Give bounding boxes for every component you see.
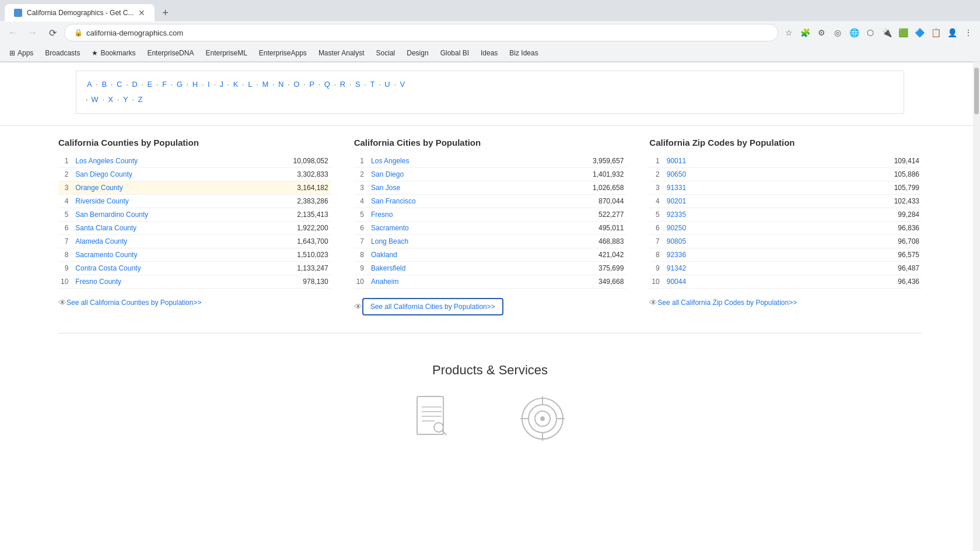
back-button[interactable]: ← — [5, 24, 21, 41]
alpha-link-C[interactable]: C — [116, 80, 123, 89]
alpha-link-D[interactable]: D — [131, 80, 138, 89]
bookmark-icon[interactable]: ☆ — [782, 26, 796, 40]
zipcode-cell[interactable]: 90044 — [664, 275, 779, 289]
alpha-link-F[interactable]: F — [161, 80, 168, 89]
alpha-link-A[interactable]: A — [86, 80, 93, 89]
menu-icon[interactable]: ⋮ — [961, 26, 975, 40]
alpha-link-P[interactable]: P — [308, 80, 316, 89]
alpha-link-O[interactable]: O — [292, 80, 300, 89]
name-cell[interactable]: San Bernardino County — [73, 208, 243, 222]
county-link[interactable]: Orange County — [75, 184, 123, 192]
extension-icon-5[interactable]: ⬡ — [863, 26, 877, 40]
zipcode-cell[interactable]: 90201 — [664, 195, 779, 208]
zipcode-link[interactable]: 90201 — [667, 197, 686, 205]
alpha-link-T[interactable]: T — [369, 80, 376, 89]
scrollbar-thumb[interactable] — [974, 68, 979, 114]
alpha-link-Q[interactable]: Q — [323, 80, 331, 89]
bookmark-apps[interactable]: ⊞ Apps — [5, 48, 38, 58]
zipcode-link[interactable]: 92336 — [667, 251, 686, 259]
cities-see-all-highlighted[interactable]: See all California Cities by Population>… — [362, 298, 503, 315]
zipcode-link[interactable]: 90250 — [667, 224, 686, 232]
counties-see-all-link[interactable]: See all California Counties by Populatio… — [66, 299, 201, 307]
city-link[interactable]: Los Angeles — [371, 157, 409, 165]
alpha-link-N[interactable]: N — [277, 80, 285, 89]
bookmark-design[interactable]: Design — [402, 48, 433, 58]
bookmark-masteranalyst[interactable]: Master Analyst — [314, 48, 369, 58]
county-link[interactable]: Sacramento County — [75, 251, 137, 259]
forward-button[interactable]: → — [24, 24, 41, 41]
zipcode-cell[interactable]: 91331 — [664, 181, 779, 195]
extension-icon-6[interactable]: 🔌 — [880, 26, 894, 40]
active-tab[interactable]: California Demographics - Get C... ✕ — [5, 4, 155, 22]
name-cell[interactable]: San Diego — [369, 168, 518, 181]
name-cell[interactable]: San Diego County — [73, 168, 243, 181]
alpha-link-H[interactable]: H — [191, 80, 199, 89]
bookmark-globalbi[interactable]: Global BI — [436, 48, 474, 58]
profile-icon[interactable]: 👤 — [945, 26, 959, 40]
city-link[interactable]: Long Beach — [371, 237, 408, 245]
scrollbar[interactable] — [973, 62, 980, 551]
cities-see-all-link[interactable]: See all California Cities by Population>… — [370, 303, 495, 311]
zipcodes-see-all-link[interactable]: See all California Zip Codes by Populati… — [657, 299, 797, 307]
city-link[interactable]: San Francisco — [371, 197, 416, 205]
zipcode-link[interactable]: 91331 — [667, 184, 686, 192]
name-cell[interactable]: Oakland — [369, 248, 518, 262]
city-link[interactable]: Bakersfield — [371, 264, 405, 272]
zipcode-cell[interactable]: 90250 — [664, 222, 779, 235]
alpha-link-R[interactable]: R — [339, 80, 346, 89]
name-cell[interactable]: Long Beach — [369, 235, 518, 248]
alpha-link-Y[interactable]: Y — [122, 95, 130, 104]
name-cell[interactable]: Santa Clara County — [73, 222, 243, 235]
county-link[interactable]: Santa Clara County — [75, 224, 136, 232]
alpha-link-E[interactable]: E — [146, 80, 154, 89]
zipcode-link[interactable]: 91342 — [667, 264, 686, 272]
zipcode-cell[interactable]: 91342 — [664, 262, 779, 275]
alpha-link-L[interactable]: L — [247, 80, 253, 89]
zipcode-cell[interactable]: 90011 — [664, 155, 779, 168]
name-cell[interactable]: Sacramento County — [73, 248, 243, 262]
county-link[interactable]: Fresno County — [75, 278, 121, 286]
city-link[interactable]: Anaheim — [371, 278, 398, 286]
bookmark-social[interactable]: Social — [372, 48, 400, 58]
name-cell[interactable]: San Jose — [369, 181, 518, 195]
alpha-link-I[interactable]: I — [206, 80, 211, 89]
bookmark-enterpriseml[interactable]: EnterpriseML — [201, 48, 251, 58]
name-cell[interactable]: Anaheim — [369, 275, 518, 289]
name-cell[interactable]: Fresno County — [73, 275, 243, 289]
tab-close-button[interactable]: ✕ — [138, 8, 145, 17]
extension-icon-8[interactable]: 🔷 — [912, 26, 926, 40]
zipcode-cell[interactable]: 92335 — [664, 208, 779, 222]
alpha-link-V[interactable]: V — [399, 80, 407, 89]
city-link[interactable]: Fresno — [371, 210, 393, 219]
extension-icon-1[interactable]: 🧩 — [798, 26, 812, 40]
county-link[interactable]: Riverside County — [75, 197, 128, 205]
zipcode-cell[interactable]: 90650 — [664, 168, 779, 181]
zipcode-link[interactable]: 90011 — [667, 157, 686, 165]
city-link[interactable]: San Diego — [371, 170, 404, 178]
city-link[interactable]: Oakland — [371, 251, 397, 259]
name-cell[interactable]: Los Angeles County — [73, 155, 243, 168]
alpha-link-G[interactable]: G — [176, 80, 184, 89]
refresh-button[interactable]: ⟳ — [44, 24, 61, 41]
county-link[interactable]: Contra Costa County — [75, 264, 141, 272]
zipcode-cell[interactable]: 90805 — [664, 235, 779, 248]
name-cell[interactable]: Alameda County — [73, 235, 243, 248]
alpha-link-U[interactable]: U — [383, 80, 391, 89]
extension-icon-9[interactable]: 📋 — [929, 26, 943, 40]
zipcode-link[interactable]: 90650 — [667, 170, 686, 178]
bookmark-broadcasts[interactable]: Broadcasts — [40, 48, 85, 58]
zipcode-link[interactable]: 90044 — [667, 278, 686, 286]
alpha-link-S[interactable]: S — [354, 80, 362, 89]
bookmark-ideas[interactable]: Ideas — [476, 48, 502, 58]
alpha-link-X[interactable]: X — [107, 95, 114, 104]
extension-icon-7[interactable]: 🟩 — [896, 26, 910, 40]
alpha-link-M[interactable]: M — [261, 80, 270, 89]
bookmark-enterpriseapps[interactable]: EnterpriseApps — [254, 48, 312, 58]
bookmark-bizideas[interactable]: Biz Ideas — [505, 48, 542, 58]
name-cell[interactable]: Sacramento — [369, 222, 518, 235]
county-link[interactable]: Alameda County — [75, 237, 127, 245]
alpha-link-B[interactable]: B — [101, 80, 108, 89]
city-link[interactable]: San Jose — [371, 184, 400, 192]
name-cell[interactable]: Fresno — [369, 208, 518, 222]
zipcode-link[interactable]: 90805 — [667, 237, 686, 245]
